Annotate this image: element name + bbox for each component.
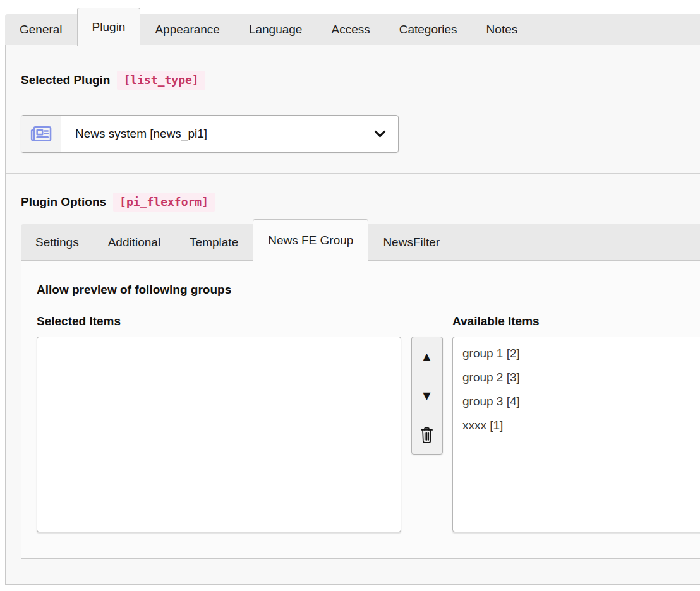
trash-icon: [419, 426, 434, 444]
news-fe-group-panel: Allow preview of following groups Select…: [21, 260, 700, 559]
tab-settings[interactable]: Settings: [21, 224, 94, 260]
list-item[interactable]: group 2 [3]: [453, 366, 700, 390]
plugin-options-heading: Plugin Options [pi_flexform]: [21, 193, 700, 212]
plugin-options-section: Plugin Options [pi_flexform] Settings Ad…: [6, 174, 700, 559]
tab-general[interactable]: General: [5, 14, 77, 45]
tab-notes[interactable]: Notes: [472, 14, 533, 45]
selected-items-label: Selected Items: [37, 314, 401, 329]
list-item[interactable]: xxxx [1]: [453, 414, 700, 438]
move-down-button[interactable]: ▼: [411, 376, 443, 415]
tab-access[interactable]: Access: [317, 14, 384, 45]
tab-language[interactable]: Language: [234, 14, 317, 45]
tab-additional[interactable]: Additional: [94, 224, 175, 260]
tab-plugin[interactable]: Plugin: [77, 8, 141, 46]
plugin-select[interactable]: News system [news_pi1]: [21, 115, 399, 153]
newspaper-icon: [21, 116, 61, 152]
spacer: [401, 314, 452, 329]
list-item[interactable]: group 3 [4]: [453, 390, 700, 414]
selected-plugin-section: Selected Plugin [list_type] News system …: [6, 45, 700, 174]
control-button-group: ▲ ▼: [411, 337, 443, 455]
delete-button[interactable]: [411, 415, 443, 455]
plugin-select-value: News system [news_pi1]: [61, 116, 374, 152]
available-items-label: Available Items: [452, 314, 700, 329]
available-items-listbox: group 1 [2] group 2 [3] group 3 [4] xxxx…: [452, 337, 700, 532]
field-tag-badge: [list_type]: [117, 71, 205, 90]
multi-select-widget: Selected Items Available Items ▲ ▼: [37, 314, 700, 532]
field-tag-badge: [pi_flexform]: [113, 193, 215, 212]
arrow-up-icon: ▲: [423, 352, 430, 362]
tab-news-fe-group[interactable]: News FE Group: [253, 219, 368, 261]
record-tabbar: General Plugin Appearance Language Acces…: [5, 14, 700, 46]
tab-template[interactable]: Template: [175, 224, 253, 260]
tab-categories[interactable]: Categories: [385, 14, 472, 45]
selected-items-listbox[interactable]: [37, 337, 401, 532]
plugin-tab-panel: Selected Plugin [list_type] News system …: [5, 45, 700, 585]
chevron-down-icon: [374, 130, 386, 138]
tab-appearance[interactable]: Appearance: [140, 14, 234, 45]
selected-plugin-heading: Selected Plugin [list_type]: [21, 71, 700, 90]
plugin-options-label: Plugin Options: [21, 194, 106, 210]
move-up-button[interactable]: ▲: [411, 337, 443, 376]
tab-newsfilter[interactable]: NewsFilter: [368, 224, 454, 260]
listbox-controls: ▲ ▼: [401, 337, 452, 532]
selected-plugin-label: Selected Plugin: [21, 72, 110, 88]
fe-group-field-label: Allow preview of following groups: [37, 282, 700, 297]
list-item[interactable]: group 1 [2]: [453, 342, 700, 366]
arrow-down-icon: ▼: [423, 391, 430, 401]
content-element-editor: General Plugin Appearance Language Acces…: [0, 0, 700, 591]
flexform-tabbar: Settings Additional Template News FE Gro…: [21, 224, 700, 260]
